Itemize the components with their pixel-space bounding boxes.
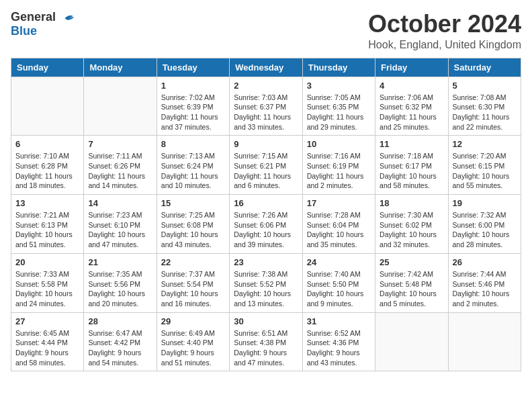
calendar-cell: 20Sunrise: 7:33 AM Sunset: 5:58 PM Dayli… <box>11 253 84 312</box>
day-number: 31 <box>307 316 371 326</box>
calendar-cell <box>448 312 521 371</box>
calendar-cell: 8Sunrise: 7:13 AM Sunset: 6:24 PM Daylig… <box>157 136 229 195</box>
day-number: 20 <box>15 257 79 267</box>
day-info: Sunrise: 7:42 AM Sunset: 5:48 PM Dayligh… <box>380 269 443 309</box>
month-title: October 2024 <box>368 11 521 38</box>
weekday-header-thursday: Thursday <box>302 58 375 77</box>
day-number: 11 <box>380 139 443 149</box>
day-number: 18 <box>380 198 443 208</box>
day-info: Sunrise: 7:32 AM Sunset: 6:00 PM Dayligh… <box>453 210 517 250</box>
weekday-header-friday: Friday <box>375 58 448 77</box>
calendar-cell: 28Sunrise: 6:47 AM Sunset: 4:42 PM Dayli… <box>84 312 157 371</box>
day-info: Sunrise: 7:44 AM Sunset: 5:46 PM Dayligh… <box>453 269 517 309</box>
day-number: 23 <box>234 257 298 267</box>
day-number: 25 <box>380 257 443 267</box>
calendar-cell: 18Sunrise: 7:30 AM Sunset: 6:02 PM Dayli… <box>375 195 448 254</box>
day-number: 4 <box>380 81 443 91</box>
day-info: Sunrise: 7:38 AM Sunset: 5:52 PM Dayligh… <box>234 269 298 309</box>
calendar-cell: 21Sunrise: 7:35 AM Sunset: 5:56 PM Dayli… <box>84 253 157 312</box>
calendar-cell: 23Sunrise: 7:38 AM Sunset: 5:52 PM Dayli… <box>230 253 302 312</box>
calendar-cell: 25Sunrise: 7:42 AM Sunset: 5:48 PM Dayli… <box>375 253 448 312</box>
day-info: Sunrise: 7:05 AM Sunset: 6:35 PM Dayligh… <box>307 93 371 132</box>
day-number: 15 <box>161 198 225 208</box>
day-number: 29 <box>161 316 225 326</box>
day-number: 27 <box>15 316 79 326</box>
day-info: Sunrise: 7:28 AM Sunset: 6:04 PM Dayligh… <box>307 210 371 250</box>
day-info: Sunrise: 7:35 AM Sunset: 5:56 PM Dayligh… <box>88 269 152 309</box>
location-title: Hook, England, United Kingdom <box>368 39 521 51</box>
day-number: 10 <box>307 139 371 149</box>
weekday-header-sunday: Sunday <box>11 58 84 77</box>
day-info: Sunrise: 7:40 AM Sunset: 5:50 PM Dayligh… <box>307 269 371 309</box>
calendar-cell: 14Sunrise: 7:23 AM Sunset: 6:10 PM Dayli… <box>84 195 157 254</box>
calendar-cell: 7Sunrise: 7:11 AM Sunset: 6:26 PM Daylig… <box>84 136 157 195</box>
calendar-cell: 4Sunrise: 7:06 AM Sunset: 6:32 PM Daylig… <box>375 77 448 136</box>
calendar-cell: 27Sunrise: 6:45 AM Sunset: 4:44 PM Dayli… <box>11 312 84 371</box>
day-number: 14 <box>88 198 152 208</box>
day-info: Sunrise: 7:11 AM Sunset: 6:26 PM Dayligh… <box>88 151 152 191</box>
calendar-cell: 31Sunrise: 6:52 AM Sunset: 4:36 PM Dayli… <box>302 312 375 371</box>
weekday-header-tuesday: Tuesday <box>157 58 229 77</box>
day-info: Sunrise: 7:02 AM Sunset: 6:39 PM Dayligh… <box>161 93 225 132</box>
logo-bird-icon <box>60 11 74 25</box>
calendar-cell <box>11 77 84 136</box>
day-number: 3 <box>307 81 371 91</box>
day-number: 13 <box>15 198 79 208</box>
calendar-cell: 2Sunrise: 7:03 AM Sunset: 6:37 PM Daylig… <box>230 77 302 136</box>
day-info: Sunrise: 7:30 AM Sunset: 6:02 PM Dayligh… <box>380 210 443 250</box>
day-number: 17 <box>307 198 371 208</box>
calendar-cell: 11Sunrise: 7:18 AM Sunset: 6:17 PM Dayli… <box>375 136 448 195</box>
day-info: Sunrise: 7:20 AM Sunset: 6:15 PM Dayligh… <box>453 151 517 191</box>
day-number: 12 <box>453 139 517 149</box>
calendar-cell: 9Sunrise: 7:15 AM Sunset: 6:21 PM Daylig… <box>230 136 302 195</box>
day-number: 30 <box>234 316 298 326</box>
calendar-week-3: 13Sunrise: 7:21 AM Sunset: 6:13 PM Dayli… <box>11 195 521 254</box>
calendar-cell: 22Sunrise: 7:37 AM Sunset: 5:54 PM Dayli… <box>157 253 229 312</box>
day-number: 8 <box>161 139 225 149</box>
day-info: Sunrise: 7:10 AM Sunset: 6:28 PM Dayligh… <box>15 151 79 191</box>
calendar: SundayMondayTuesdayWednesdayThursdayFrid… <box>11 58 521 372</box>
calendar-cell: 17Sunrise: 7:28 AM Sunset: 6:04 PM Dayli… <box>302 195 375 254</box>
day-number: 7 <box>88 139 152 149</box>
day-info: Sunrise: 7:06 AM Sunset: 6:32 PM Dayligh… <box>380 93 443 132</box>
day-info: Sunrise: 7:03 AM Sunset: 6:37 PM Dayligh… <box>234 93 298 132</box>
logo-general: General <box>11 10 56 24</box>
day-info: Sunrise: 7:21 AM Sunset: 6:13 PM Dayligh… <box>15 210 79 250</box>
day-number: 26 <box>453 257 517 267</box>
calendar-cell: 19Sunrise: 7:32 AM Sunset: 6:00 PM Dayli… <box>448 195 521 254</box>
day-info: Sunrise: 6:51 AM Sunset: 4:38 PM Dayligh… <box>234 328 298 368</box>
day-info: Sunrise: 7:37 AM Sunset: 5:54 PM Dayligh… <box>161 269 225 309</box>
day-info: Sunrise: 6:47 AM Sunset: 4:42 PM Dayligh… <box>88 328 152 368</box>
day-number: 1 <box>161 81 225 91</box>
day-number: 24 <box>307 257 371 267</box>
day-info: Sunrise: 7:13 AM Sunset: 6:24 PM Dayligh… <box>161 151 225 191</box>
day-info: Sunrise: 7:18 AM Sunset: 6:17 PM Dayligh… <box>380 151 443 191</box>
calendar-week-1: 1Sunrise: 7:02 AM Sunset: 6:39 PM Daylig… <box>11 77 521 136</box>
title-area: October 2024 Hook, England, United Kingd… <box>368 11 521 51</box>
day-number: 6 <box>15 139 79 149</box>
day-info: Sunrise: 6:49 AM Sunset: 4:40 PM Dayligh… <box>161 328 225 368</box>
day-info: Sunrise: 7:15 AM Sunset: 6:21 PM Dayligh… <box>234 151 298 191</box>
weekday-header-wednesday: Wednesday <box>230 58 302 77</box>
day-number: 28 <box>88 316 152 326</box>
logo-blue: Blue <box>11 24 37 38</box>
calendar-cell: 15Sunrise: 7:25 AM Sunset: 6:08 PM Dayli… <box>157 195 229 254</box>
weekday-header-saturday: Saturday <box>448 58 521 77</box>
calendar-week-5: 27Sunrise: 6:45 AM Sunset: 4:44 PM Dayli… <box>11 312 521 371</box>
day-number: 21 <box>88 257 152 267</box>
calendar-cell: 24Sunrise: 7:40 AM Sunset: 5:50 PM Dayli… <box>302 253 375 312</box>
day-number: 5 <box>453 81 517 91</box>
calendar-cell: 13Sunrise: 7:21 AM Sunset: 6:13 PM Dayli… <box>11 195 84 254</box>
day-number: 22 <box>161 257 225 267</box>
calendar-cell: 26Sunrise: 7:44 AM Sunset: 5:46 PM Dayli… <box>448 253 521 312</box>
calendar-cell: 5Sunrise: 7:08 AM Sunset: 6:30 PM Daylig… <box>448 77 521 136</box>
calendar-cell <box>84 77 157 136</box>
calendar-cell: 1Sunrise: 7:02 AM Sunset: 6:39 PM Daylig… <box>157 77 229 136</box>
day-info: Sunrise: 7:23 AM Sunset: 6:10 PM Dayligh… <box>88 210 152 250</box>
calendar-cell: 30Sunrise: 6:51 AM Sunset: 4:38 PM Dayli… <box>230 312 302 371</box>
calendar-cell: 12Sunrise: 7:20 AM Sunset: 6:15 PM Dayli… <box>448 136 521 195</box>
day-number: 16 <box>234 198 298 208</box>
calendar-week-4: 20Sunrise: 7:33 AM Sunset: 5:58 PM Dayli… <box>11 253 521 312</box>
day-info: Sunrise: 6:52 AM Sunset: 4:36 PM Dayligh… <box>307 328 371 368</box>
day-info: Sunrise: 7:16 AM Sunset: 6:19 PM Dayligh… <box>307 151 371 191</box>
